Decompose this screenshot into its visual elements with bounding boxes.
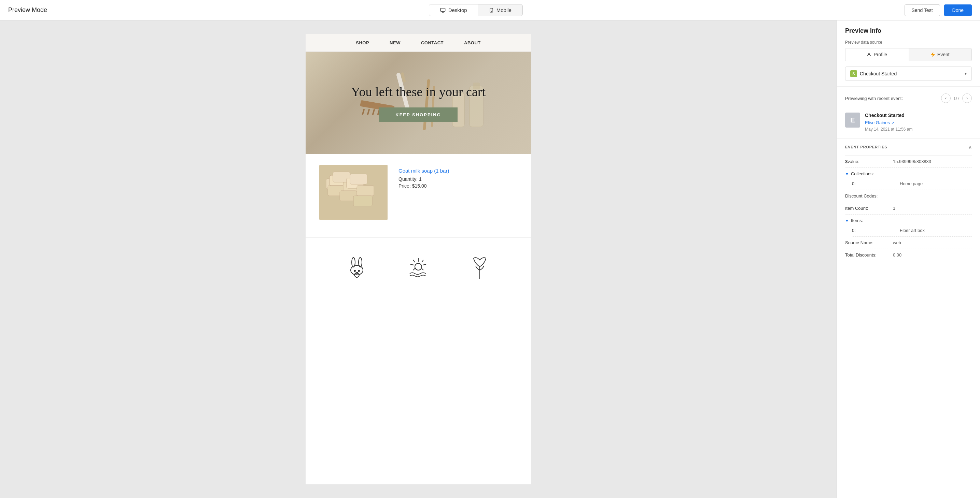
svg-line-38: [423, 264, 426, 265]
footer-icons: [305, 237, 531, 285]
item-count-row: Item Count: 1: [845, 202, 972, 214]
hero-content: You left these in your cart KEEP SHOPPIN…: [351, 84, 485, 122]
items-section: ▼ Items: 0: Fiber art box: [845, 214, 972, 237]
collections-section: ▼ Collections: 0: Home page: [845, 168, 972, 190]
done-button[interactable]: Done: [944, 5, 972, 16]
event-dropdown-left: S Checkout Started: [850, 70, 897, 77]
data-source-toggle: Profile Event: [845, 48, 972, 61]
svg-point-44: [868, 53, 870, 55]
product-info: Goat milk soap (1 bar) Quantity: 1 Price…: [398, 165, 517, 190]
event-card-info: Checkout Started Elise Gaines May 14, 20…: [865, 113, 972, 132]
svg-point-35: [415, 263, 422, 270]
email-nav: SHOP NEW CONTACT ABOUT: [305, 34, 531, 52]
footer-icon-bunny: [343, 251, 371, 279]
main-layout: SHOP NEW CONTACT ABOUT: [0, 21, 980, 498]
nav-contact: CONTACT: [421, 40, 444, 45]
svg-line-40: [413, 260, 415, 262]
shopify-icon: S: [850, 70, 857, 77]
mobile-toggle[interactable]: Mobile: [478, 5, 522, 16]
event-name-label: Checkout Started: [860, 71, 897, 76]
sun-icon: [405, 251, 432, 279]
product-quantity: Quantity: 1: [398, 176, 517, 182]
tulip-icon: [466, 251, 493, 279]
event-card-title: Checkout Started: [865, 113, 972, 118]
discount-codes-key: Discount Codes:: [845, 193, 893, 198]
event-icon: [931, 52, 935, 57]
hero-title: You left these in your cart: [351, 84, 485, 99]
svg-point-33: [354, 270, 355, 271]
mobile-icon: [489, 8, 494, 13]
top-actions: Send Test Done: [905, 5, 972, 16]
product-price: Price: $15.00: [398, 183, 517, 189]
source-name-val: web: [893, 240, 972, 245]
bunny-icon: [343, 251, 371, 279]
items-arrow-icon: ▼: [845, 219, 849, 223]
collections-toggle[interactable]: ▼ Collections:: [845, 168, 972, 178]
keep-shopping-button[interactable]: KEEP SHOPPING: [379, 108, 457, 122]
send-test-button[interactable]: Send Test: [905, 5, 940, 16]
svg-line-39: [422, 268, 423, 270]
person-name-link[interactable]: Elise Gaines: [865, 120, 894, 125]
discount-codes-row: Discount Codes:: [845, 190, 972, 202]
total-discounts-key: Total Discounts:: [845, 252, 893, 257]
items-toggle[interactable]: ▼ Items:: [845, 214, 972, 224]
svg-marker-45: [931, 52, 935, 57]
nav-shop: SHOP: [356, 40, 369, 45]
svg-rect-29: [353, 196, 372, 206]
items-list: 0: Fiber art box: [845, 224, 972, 237]
avatar: E: [845, 113, 860, 128]
nav-about: ABOUT: [464, 40, 481, 45]
event-props-header: EVENT PROPERTIES ∧: [845, 139, 972, 155]
collection-item-0-key: 0:: [852, 181, 900, 186]
prev-page-button[interactable]: ‹: [941, 94, 951, 103]
right-panel: Preview Info Preview data source Profile…: [837, 21, 980, 498]
event-toggle-button[interactable]: Event: [908, 48, 972, 61]
product-link[interactable]: Goat milk soap (1 bar): [398, 168, 517, 174]
svg-rect-0: [441, 8, 445, 11]
prop-value-val: 15.9399995803833: [893, 159, 972, 164]
page-counter: 1/7: [953, 96, 959, 101]
footer-icon-sun: [405, 251, 432, 279]
total-discounts-val: 0.00: [893, 252, 972, 257]
svg-point-4: [491, 11, 492, 11]
product-image-svg: [319, 165, 388, 220]
item-count-val: 1: [893, 206, 972, 211]
svg-line-37: [422, 260, 423, 262]
event-card: E Checkout Started Elise Gaines May 14, …: [845, 113, 972, 132]
profile-toggle-button[interactable]: Profile: [845, 48, 908, 61]
panel-header: Preview Info Preview data source Profile…: [837, 21, 980, 87]
collection-item-0: 0: Home page: [852, 178, 972, 190]
preview-section: Previewing with recent event: ‹ 1/7 › E …: [837, 87, 980, 139]
event-date: May 14, 2021 at 11:56 am: [865, 127, 972, 132]
desktop-toggle[interactable]: Desktop: [429, 5, 478, 16]
data-source-label: Preview data source: [845, 40, 972, 45]
view-toggle-group: Desktop Mobile: [429, 4, 523, 16]
next-page-button[interactable]: ›: [962, 94, 972, 103]
svg-point-32: [358, 257, 362, 267]
panel-title: Preview Info: [845, 27, 972, 35]
total-discounts-row: Total Discounts: 0.00: [845, 249, 972, 261]
product-image: [319, 165, 388, 220]
profile-icon: [867, 52, 872, 57]
hero-section: You left these in your cart KEEP SHOPPIN…: [305, 52, 531, 154]
svg-line-41: [410, 264, 414, 265]
footer-icon-tulip: [466, 251, 493, 279]
collections-arrow-icon: ▼: [845, 172, 849, 176]
svg-rect-26: [350, 174, 367, 184]
item-0-key: 0:: [852, 228, 900, 233]
collections-items: 0: Home page: [845, 178, 972, 190]
preview-mode-label: Preview Mode: [8, 6, 47, 14]
collection-item-0-val: Home page: [900, 181, 972, 186]
svg-point-31: [352, 257, 355, 267]
event-properties-section: EVENT PROPERTIES ∧ $value: 15.9399995803…: [837, 139, 980, 268]
item-count-key: Item Count:: [845, 206, 893, 211]
item-0: 0: Fiber art box: [852, 224, 972, 237]
page-nav-row: ‹ 1/7 ›: [941, 94, 972, 103]
svg-point-34: [358, 270, 360, 271]
email-container: SHOP NEW CONTACT ABOUT: [305, 34, 531, 484]
event-dropdown[interactable]: S Checkout Started ▾: [845, 67, 972, 81]
svg-rect-6: [401, 72, 406, 82]
collapse-icon[interactable]: ∧: [968, 144, 972, 150]
prop-value-row: $value: 15.9399995803833: [845, 155, 972, 168]
source-name-row: Source Name: web: [845, 237, 972, 249]
